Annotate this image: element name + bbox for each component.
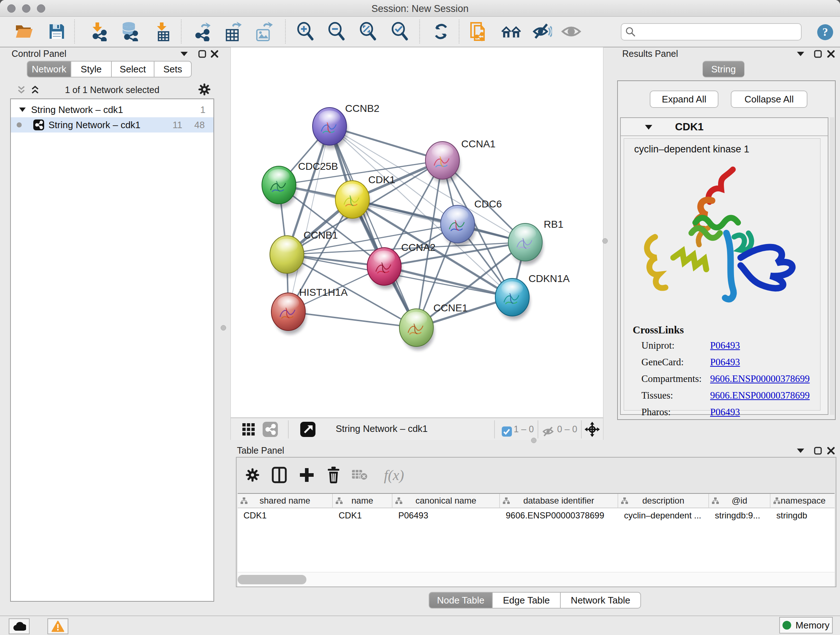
search-input[interactable] <box>636 27 791 37</box>
expand-all-button[interactable]: Expand All <box>650 90 718 108</box>
create-column-plus-icon[interactable] <box>297 466 316 485</box>
string-show-eye-button[interactable] <box>561 21 582 42</box>
cloud-status-button[interactable] <box>9 618 30 634</box>
tab-style[interactable]: Style <box>71 61 111 78</box>
window-title: Session: New Session <box>0 3 840 14</box>
zoom-fit-icon <box>358 22 377 41</box>
table-panel-maximize-button[interactable] <box>812 445 824 457</box>
column-header-shared-name[interactable]: shared name <box>238 494 333 508</box>
table-cell[interactable]: P06493 <box>393 508 500 523</box>
warnings-button[interactable] <box>47 618 68 634</box>
open-in-window-icon[interactable] <box>300 422 316 437</box>
table-cell[interactable]: stringdb <box>771 508 835 523</box>
table-cell[interactable]: cyclin–dependent ... <box>618 508 709 523</box>
memory-button[interactable]: Memory <box>779 617 833 633</box>
column-header--id[interactable]: @id <box>709 494 771 508</box>
selected-checkbox-icon[interactable] <box>499 424 515 439</box>
help-button[interactable]: ? <box>815 22 836 43</box>
show-columns-icon[interactable] <box>270 466 289 485</box>
results-panel: Results Panel String Expand All Collapse… <box>612 47 840 431</box>
control-panel-maximize-button[interactable] <box>196 48 208 60</box>
column-header-label: description <box>642 496 684 506</box>
open-session-button[interactable] <box>14 21 35 42</box>
tab-edge-table[interactable]: Edge Table <box>493 592 561 608</box>
control-panel-float-button[interactable] <box>178 48 190 60</box>
protein-card-header[interactable]: CDK1 <box>621 118 828 136</box>
string-home-button[interactable] <box>501 21 522 42</box>
hidden-eye-slash-icon[interactable] <box>541 424 556 439</box>
protein-card-cdk1: CDK1 cyclin–dependent kinase 1 <box>620 117 829 415</box>
results-vertical-scrollbar[interactable] <box>830 117 834 415</box>
import-network-database-button[interactable] <box>118 21 140 42</box>
tab-network-table[interactable]: Network Table <box>561 592 641 608</box>
zoom-out-button[interactable] <box>326 21 347 42</box>
export-image-button[interactable] <box>253 21 273 42</box>
network-row-selected[interactable]: String Network – cdk1 11 48 <box>11 117 213 133</box>
bottom-splitter-handle[interactable] <box>531 438 537 443</box>
network-canvas[interactable]: CCNB2CCNA1CDC25BCDK1CDC6RB1CCNB1CCNA2CDK… <box>231 48 603 417</box>
crosslink-link[interactable]: P06493 <box>710 407 740 418</box>
table-row[interactable]: CDK1CDK1P064939606.ENSP00000378699cyclin… <box>238 508 835 523</box>
results-panel-float-button[interactable] <box>794 48 807 60</box>
function-builder-icon[interactable]: f(x) <box>378 466 410 485</box>
tab-node-table[interactable]: Node Table <box>429 592 493 608</box>
crosslink-label: GeneCard: <box>641 356 684 368</box>
table-panel-float-button[interactable] <box>794 445 807 457</box>
zoom-fit-button[interactable] <box>357 21 378 42</box>
column-header-description[interactable]: description <box>618 494 709 508</box>
export-table-button[interactable] <box>221 21 242 42</box>
table-options-gear-icon[interactable] <box>243 466 262 485</box>
zoom-selected-button[interactable] <box>389 21 410 42</box>
birds-eye-grid-icon[interactable] <box>241 422 256 437</box>
results-panel-close-button[interactable] <box>825 48 837 60</box>
protein-expand-triangle-icon[interactable] <box>645 125 653 130</box>
column-header-name[interactable]: name <box>333 494 393 508</box>
export-network-button[interactable] <box>191 21 212 42</box>
column-header-namespace[interactable]: namespace <box>771 494 835 508</box>
string-copy-network-button[interactable] <box>469 21 490 42</box>
column-header-canonical-name[interactable]: canonical name <box>393 494 500 508</box>
collection-expand-triangle-icon[interactable] <box>19 107 26 112</box>
delete-column-trash-icon[interactable] <box>324 466 343 485</box>
table-panel-close-button[interactable] <box>825 445 837 457</box>
control-panel-close-button[interactable] <box>208 48 221 60</box>
table-panel-title: Table Panel <box>237 445 284 456</box>
node-label-CCNA1: CCNA1 <box>461 138 496 149</box>
refresh-view-button[interactable] <box>431 21 452 42</box>
fit-selected-crosshair-icon[interactable] <box>584 422 600 437</box>
table-cell[interactable]: 9606.ENSP00000378699 <box>500 508 618 523</box>
tab-network[interactable]: Network <box>27 61 71 78</box>
network-collection-row[interactable]: String Network – cdk1 1 <box>11 102 213 117</box>
crosslink-link[interactable]: P06493 <box>710 340 740 351</box>
table-body: CDK1CDK1P064939606.ENSP00000378699cyclin… <box>238 508 835 523</box>
table-panel: Table Panel <box>231 442 840 616</box>
string-hide-glass-button[interactable] <box>532 21 553 42</box>
string-network-icon <box>33 119 44 130</box>
crosslink-link[interactable]: 9606.ENSP00000378699 <box>710 373 810 385</box>
zoom-in-button[interactable] <box>295 21 316 42</box>
column-header-database-identifier[interactable]: database identifier <box>500 494 618 508</box>
results-panel-maximize-button[interactable] <box>812 48 824 60</box>
left-splitter-handle[interactable] <box>221 325 226 331</box>
tab-sets[interactable]: Sets <box>154 61 192 78</box>
save-session-button[interactable] <box>46 21 67 42</box>
import-table-icon <box>153 22 172 41</box>
column-header-label: @id <box>731 496 747 506</box>
table-cell[interactable]: CDK1 <box>238 508 333 523</box>
network-options-gear-icon[interactable] <box>198 83 210 96</box>
scrollbar-thumb[interactable] <box>238 575 306 584</box>
table-cell[interactable]: stringdb:9... <box>709 508 771 523</box>
tab-select[interactable]: Select <box>111 61 154 78</box>
right-splitter-handle[interactable] <box>602 238 608 244</box>
crosslink-link[interactable]: P06493 <box>710 356 740 368</box>
delete-table-icon[interactable] <box>350 466 369 485</box>
collapse-all-button[interactable]: Collapse All <box>731 90 807 108</box>
crosslink-link[interactable]: 9606.ENSP00000378699 <box>710 390 810 401</box>
table-horizontal-scrollbar[interactable] <box>238 572 835 586</box>
status-bar: Memory <box>0 616 840 635</box>
table-cell[interactable]: CDK1 <box>333 508 393 523</box>
import-table-file-button[interactable] <box>152 21 173 42</box>
tab-string[interactable]: String <box>703 61 745 78</box>
network-share-toggle-icon[interactable] <box>263 422 278 437</box>
import-network-file-button[interactable] <box>88 21 109 42</box>
